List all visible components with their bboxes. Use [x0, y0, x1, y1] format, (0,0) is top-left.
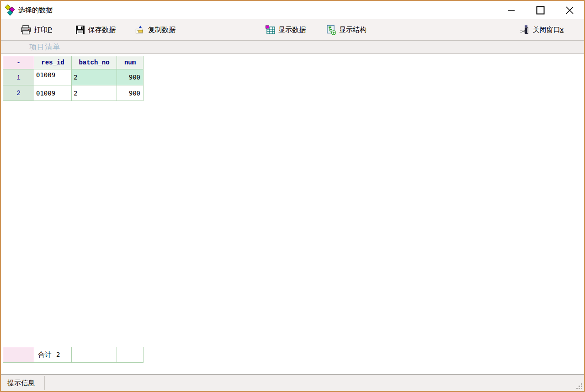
exit-door-icon [520, 25, 530, 35]
minimize-button[interactable] [496, 1, 526, 19]
title-bar: 选择的数据 [1, 1, 584, 19]
show-structure-button[interactable]: 显示结构 [324, 21, 368, 38]
column-header-batch-no[interactable]: batch_no [72, 56, 117, 69]
show-structure-label: 显示结构 [339, 26, 367, 34]
close-window-label: 关闭窗口x [533, 26, 564, 34]
show-data-icon [265, 25, 276, 35]
app-diamonds-icon [4, 4, 16, 16]
printer-icon [21, 25, 31, 35]
window-controls [496, 1, 584, 19]
row-number-cell[interactable]: 2 [3, 85, 34, 101]
column-header-res-id[interactable]: res_id [34, 56, 72, 69]
show-structure-icon [326, 25, 336, 35]
band-title: 项目清单 [29, 42, 60, 52]
res-id-cell[interactable]: 01009 [34, 69, 72, 85]
status-message: 提示信息 [1, 379, 35, 387]
app-window: 选择的数据 [0, 0, 585, 392]
copy-data-button[interactable]: 复制数据 [133, 21, 177, 38]
save-data-label: 保存数据 [88, 26, 116, 34]
total-label: 合计 [38, 350, 52, 358]
close-window-button[interactable]: 关闭窗口x [518, 21, 565, 38]
batch-no-cell[interactable]: 2 [72, 85, 117, 101]
show-data-label: 显示数据 [278, 26, 306, 34]
grid-header-row: - res_id batch_no num [3, 56, 144, 69]
total-corner-cell [3, 347, 34, 363]
main-area: - res_id batch_no num 1 01009 2 900 2 01… [1, 54, 584, 374]
copy-data-label: 复制数据 [148, 26, 176, 34]
print-button[interactable]: 打印P [19, 21, 53, 38]
maximize-button[interactable] [526, 1, 555, 19]
batch-no-cell[interactable]: 2 [72, 69, 117, 85]
data-grid: - res_id batch_no num 1 01009 2 900 2 01… [3, 56, 144, 101]
totals-row: 合计2 [3, 347, 144, 363]
column-header-num[interactable]: num [117, 56, 144, 69]
num-cell[interactable]: 900 [117, 69, 144, 85]
row-number-cell[interactable]: 1 [3, 69, 34, 85]
print-label: 打印P [34, 26, 52, 34]
band-header: 项目清单 [1, 40, 584, 54]
table-row: 2 01009 2 900 [3, 85, 144, 101]
status-bar: 提示信息 [1, 374, 584, 391]
show-data-button[interactable]: 显示数据 [264, 21, 307, 38]
res-id-cell[interactable]: 01009 [34, 85, 72, 101]
copy-icon [135, 25, 145, 35]
resize-grip-icon[interactable] [576, 383, 583, 390]
total-empty-cell [72, 347, 117, 363]
close-button[interactable] [555, 1, 584, 19]
save-icon [75, 25, 85, 35]
num-cell[interactable]: 900 [117, 85, 144, 101]
table-row: 1 01009 2 900 [3, 69, 144, 85]
total-label-cell: 合计2 [34, 347, 72, 363]
grid-corner-header[interactable]: - [3, 56, 34, 69]
window-title: 选择的数据 [18, 6, 53, 15]
total-value: 2 [56, 351, 60, 358]
status-separator [44, 376, 45, 390]
save-data-button[interactable]: 保存数据 [74, 21, 117, 38]
total-empty-cell [117, 347, 144, 363]
toolbar: 打印P 保存数据 [1, 19, 584, 40]
